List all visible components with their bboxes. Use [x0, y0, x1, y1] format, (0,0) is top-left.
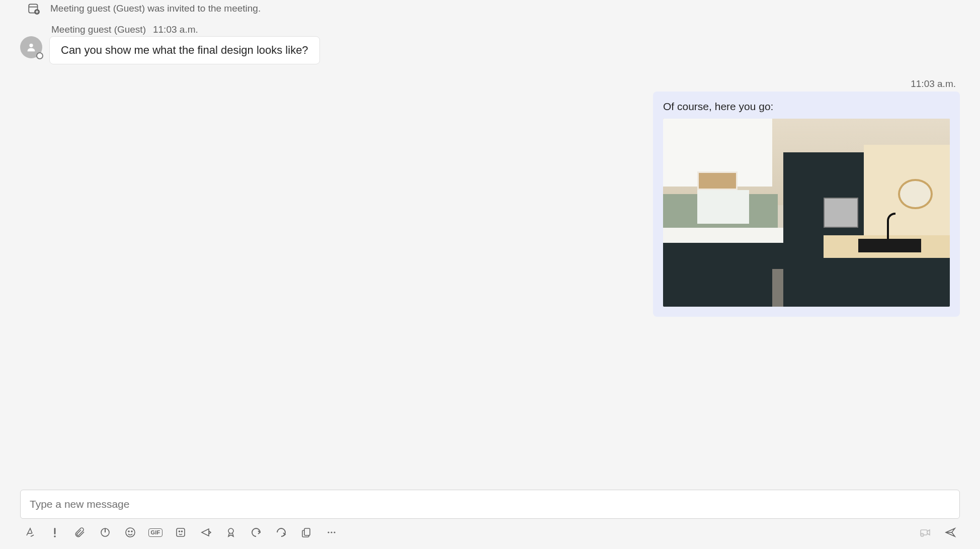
incoming-message-header: Meeting guest (Guest) 11:03 a.m. — [20, 24, 960, 35]
incoming-timestamp: 11:03 a.m. — [153, 24, 198, 35]
copy-button[interactable] — [300, 526, 313, 539]
calendar-add-icon — [27, 2, 40, 15]
outgoing-message-bubble[interactable]: Of course, here you go: — [653, 92, 960, 317]
compose-box[interactable] — [20, 490, 960, 519]
approvals-button[interactable] — [224, 526, 237, 539]
outgoing-timestamp: 11:03 a.m. — [20, 78, 960, 89]
actions-button[interactable] — [199, 526, 212, 539]
sticker-button[interactable] — [174, 526, 187, 539]
svg-point-15 — [328, 531, 329, 533]
svg-point-5 — [54, 535, 56, 537]
svg-point-2 — [29, 44, 33, 47]
svg-rect-4 — [54, 528, 56, 534]
image-attachment[interactable] — [663, 119, 950, 307]
svg-point-9 — [131, 531, 132, 532]
guest-avatar[interactable] — [20, 36, 42, 58]
svg-point-8 — [128, 531, 129, 532]
svg-point-13 — [228, 528, 233, 533]
send-button[interactable] — [944, 526, 957, 539]
presence-indicator — [36, 52, 43, 59]
video-clip-button[interactable] — [919, 526, 932, 539]
format-button[interactable] — [23, 526, 36, 539]
gif-button[interactable]: GIF — [149, 526, 162, 539]
incoming-message-row: Can you show me what the final design lo… — [20, 36, 960, 64]
incoming-message-bubble[interactable]: Can you show me what the final design lo… — [49, 36, 320, 64]
loop-button[interactable] — [99, 526, 112, 539]
more-button[interactable] — [325, 526, 338, 539]
gif-label: GIF — [148, 528, 162, 537]
svg-point-11 — [179, 531, 180, 532]
svg-rect-10 — [177, 528, 185, 536]
incoming-sender-name: Meeting guest (Guest) — [51, 24, 146, 35]
message-list: Meeting guest (Guest) was invited to the… — [20, 0, 960, 485]
outgoing-message-text: Of course, here you go: — [663, 101, 950, 113]
svg-rect-14 — [304, 528, 310, 535]
system-event-row: Meeting guest (Guest) was invited to the… — [20, 2, 960, 15]
updates-button[interactable] — [275, 526, 288, 539]
outgoing-message-row: Of course, here you go: — [20, 92, 960, 317]
svg-point-16 — [331, 531, 332, 533]
viva-button[interactable] — [250, 526, 263, 539]
svg-point-17 — [334, 531, 335, 533]
system-event-text: Meeting guest (Guest) was invited to the… — [50, 3, 261, 14]
priority-button[interactable] — [48, 526, 61, 539]
compose-toolbar: GIF — [20, 526, 960, 539]
message-input[interactable] — [30, 498, 950, 510]
svg-point-12 — [182, 531, 183, 532]
attach-button[interactable] — [73, 526, 87, 539]
kitchen-illustration — [663, 119, 950, 307]
compose-area: GIF — [20, 485, 960, 549]
incoming-message-text: Can you show me what the final design lo… — [61, 44, 308, 56]
chat-area: Meeting guest (Guest) was invited to the… — [0, 0, 980, 549]
emoji-button[interactable] — [124, 526, 137, 539]
svg-point-7 — [126, 528, 135, 537]
